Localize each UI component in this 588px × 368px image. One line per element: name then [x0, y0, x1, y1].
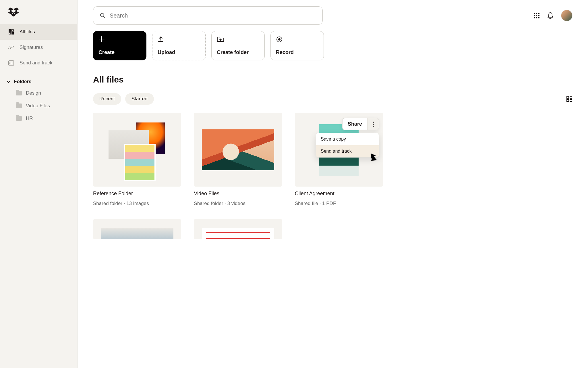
- signatures-icon: [8, 45, 14, 50]
- action-label: Record: [276, 49, 318, 55]
- file-subtitle: Shared folder · 3 videos: [194, 201, 282, 206]
- filter-recent[interactable]: Recent: [93, 93, 121, 105]
- folder-label: HR: [26, 116, 33, 121]
- file-thumbnail: [194, 113, 282, 187]
- record-icon: [276, 36, 318, 45]
- svg-rect-24: [570, 96, 572, 98]
- user-avatar[interactable]: [561, 10, 572, 21]
- file-title: Reference Folder: [93, 191, 181, 197]
- dropbox-icon: [8, 7, 19, 17]
- page-title: All files: [93, 75, 572, 85]
- file-thumbnail: [93, 113, 181, 187]
- nav-item-label: Signatures: [20, 45, 43, 50]
- nav-item-label: Send and track: [20, 60, 52, 66]
- upload-button[interactable]: Upload: [152, 31, 206, 60]
- all-files-icon: [8, 29, 14, 34]
- svg-rect-13: [536, 13, 537, 14]
- create-folder-button[interactable]: Create folder: [211, 31, 265, 60]
- nav-item-send-and-track[interactable]: Send and track: [0, 55, 77, 71]
- notifications-icon[interactable]: [547, 12, 554, 19]
- svg-rect-8: [11, 32, 14, 34]
- folder-icon: [16, 91, 22, 95]
- plus-icon: [98, 36, 141, 45]
- action-bar: Create Upload Create folder Record: [93, 31, 572, 60]
- action-label: Create: [98, 49, 141, 55]
- folder-icon: [16, 103, 22, 108]
- svg-marker-1: [13, 7, 19, 11]
- file-thumbnail: [194, 219, 282, 239]
- svg-rect-9: [9, 61, 14, 65]
- apps-grid-icon[interactable]: [533, 12, 540, 19]
- more-options-icon[interactable]: [367, 118, 379, 130]
- file-card-reference-folder[interactable]: Reference Folder Shared folder · 13 imag…: [93, 113, 181, 206]
- svg-rect-25: [567, 99, 569, 101]
- file-card-video-files[interactable]: Video Files Shared folder · 3 videos: [194, 113, 282, 206]
- action-label: Upload: [158, 49, 200, 55]
- svg-rect-12: [534, 13, 535, 14]
- svg-marker-0: [8, 7, 13, 11]
- svg-rect-18: [534, 17, 535, 18]
- svg-rect-5: [9, 29, 11, 32]
- folders-heading[interactable]: Folders: [0, 71, 77, 87]
- svg-rect-6: [11, 30, 13, 31]
- svg-point-28: [373, 124, 374, 125]
- file-subtitle: Shared file · 1 PDF: [295, 201, 383, 206]
- file-title: Client Agreement: [295, 191, 383, 197]
- file-grid: Reference Folder Shared folder · 13 imag…: [93, 113, 383, 239]
- file-card-client-agreement[interactable]: Client Agreement Share Save a copy Send …: [295, 113, 383, 206]
- svg-rect-14: [538, 13, 539, 14]
- folder-label: Design: [26, 90, 41, 96]
- svg-rect-17: [538, 15, 539, 16]
- share-button[interactable]: Share: [342, 118, 379, 130]
- menu-item-save-copy[interactable]: Save a copy: [316, 133, 379, 145]
- svg-point-22: [278, 38, 281, 41]
- svg-rect-23: [567, 96, 569, 98]
- folder-icon: [16, 116, 22, 121]
- app-logo[interactable]: [0, 0, 77, 24]
- svg-rect-19: [536, 17, 537, 18]
- svg-point-29: [373, 126, 374, 127]
- folder-label: Video Files: [26, 103, 50, 109]
- create-button[interactable]: Create: [93, 31, 146, 60]
- svg-rect-16: [536, 15, 537, 16]
- action-label: Create folder: [217, 49, 259, 55]
- chevron-down-icon: [6, 79, 11, 84]
- upload-icon: [158, 36, 200, 45]
- folder-item-video-files[interactable]: Video Files: [0, 99, 77, 112]
- share-label: Share: [343, 118, 367, 130]
- send-and-track-icon: [8, 60, 14, 66]
- svg-line-11: [103, 16, 105, 18]
- main-content: Create Upload Create folder Record All f…: [78, 0, 588, 368]
- filters-row: Recent Starred: [93, 93, 572, 105]
- folder-item-hr[interactable]: HR: [0, 112, 77, 125]
- svg-rect-7: [9, 32, 11, 34]
- new-folder-icon: [217, 36, 259, 45]
- grid-view-icon[interactable]: [566, 96, 572, 102]
- file-card-partial-1[interactable]: [93, 219, 181, 239]
- svg-rect-26: [570, 99, 572, 101]
- folder-item-design[interactable]: Design: [0, 87, 77, 99]
- file-title: Video Files: [194, 191, 282, 197]
- file-thumbnail: [93, 219, 181, 239]
- folders-heading-label: Folders: [14, 79, 31, 85]
- file-card-partial-2[interactable]: [194, 219, 282, 239]
- search-icon: [100, 12, 106, 19]
- nav-item-label: All files: [20, 29, 35, 35]
- file-thumbnail: Client Agreement Share Save a copy Send …: [295, 113, 383, 187]
- filter-starred[interactable]: Starred: [125, 93, 154, 105]
- svg-point-27: [373, 122, 374, 123]
- record-button[interactable]: Record: [270, 31, 324, 60]
- svg-rect-15: [534, 15, 535, 16]
- nav-item-all-files[interactable]: All files: [0, 24, 77, 40]
- file-subtitle: Shared folder · 13 images: [93, 201, 181, 206]
- nav-item-signatures[interactable]: Signatures: [0, 40, 77, 55]
- sidebar: All files Signatures Send and track Fold…: [0, 0, 78, 368]
- primary-nav: All files Signatures Send and track: [0, 24, 77, 71]
- search-input[interactable]: [110, 12, 316, 19]
- search-field[interactable]: [93, 6, 323, 25]
- top-bar: [93, 6, 572, 25]
- svg-rect-20: [538, 17, 539, 18]
